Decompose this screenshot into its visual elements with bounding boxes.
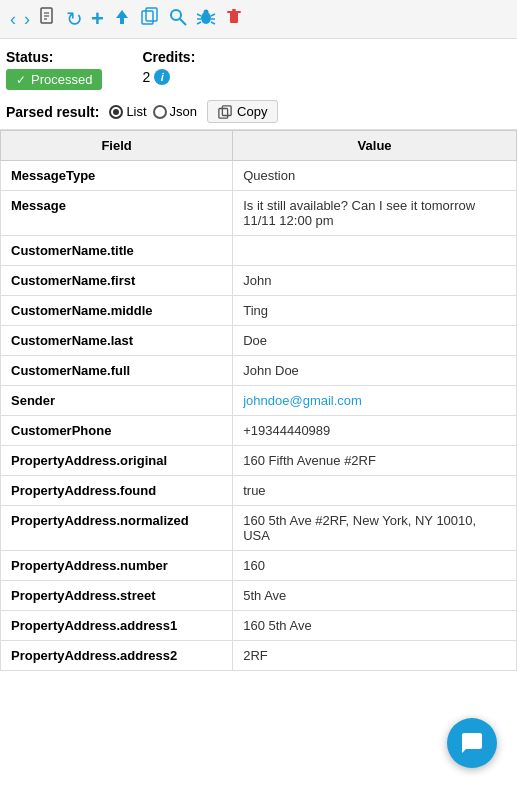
table-cell-value: 5th Ave <box>233 581 517 611</box>
parsed-result-label: Parsed result: <box>6 104 99 120</box>
col-field-header: Field <box>1 131 233 161</box>
copy-icon <box>218 105 232 119</box>
table-cell-field: CustomerName.full <box>1 356 233 386</box>
table-row: MessageTypeQuestion <box>1 161 517 191</box>
credits-number: 2 <box>142 69 150 85</box>
data-table: Field Value MessageTypeQuestionMessageIs… <box>0 130 517 671</box>
status-row: Status: ✓ Processed Credits: 2 i <box>0 39 517 94</box>
svg-rect-18 <box>227 11 241 13</box>
table-row: PropertyAddress.number160 <box>1 551 517 581</box>
copy-doc-icon[interactable] <box>140 7 160 32</box>
col-value-header: Value <box>233 131 517 161</box>
status-badge-text: Processed <box>31 72 92 87</box>
table-cell-value: 160 Fifth Avenue #2RF <box>233 446 517 476</box>
add-icon[interactable]: + <box>91 6 104 32</box>
table-row: PropertyAddress.address22RF <box>1 641 517 671</box>
table-cell-value: 160 <box>233 551 517 581</box>
svg-rect-20 <box>219 108 228 118</box>
table-row: PropertyAddress.address1160 5th Ave <box>1 611 517 641</box>
back-icon[interactable]: ‹ <box>10 9 16 30</box>
table-cell-field: CustomerName.title <box>1 236 233 266</box>
table-cell-field: PropertyAddress.address1 <box>1 611 233 641</box>
table-cell-field: CustomerName.last <box>1 326 233 356</box>
parsed-result-row: Parsed result: List Json Copy <box>0 94 517 130</box>
table-cell-field: CustomerName.first <box>1 266 233 296</box>
table-cell-value <box>233 236 517 266</box>
table-cell-field: CustomerName.middle <box>1 296 233 326</box>
table-row: CustomerName.middleTing <box>1 296 517 326</box>
credits-value: 2 i <box>142 69 195 85</box>
refresh-icon[interactable]: ↻ <box>66 7 83 31</box>
table-row: CustomerPhone+19344440989 <box>1 416 517 446</box>
chat-bubble[interactable] <box>447 718 497 768</box>
table-cell-value: Ting <box>233 296 517 326</box>
search-icon[interactable] <box>168 7 188 32</box>
status-label: Status: <box>6 49 102 65</box>
table-cell-field: PropertyAddress.address2 <box>1 641 233 671</box>
radio-list-label: List <box>126 104 146 119</box>
table-row: Senderjohndoe@gmail.com <box>1 386 517 416</box>
check-icon: ✓ <box>16 73 26 87</box>
status-badge: ✓ Processed <box>6 69 102 90</box>
document-icon[interactable] <box>38 7 58 32</box>
svg-rect-19 <box>232 9 236 11</box>
bug-icon[interactable] <box>196 7 216 32</box>
email-link[interactable]: johndoe@gmail.com <box>243 393 362 408</box>
table-cell-field: Sender <box>1 386 233 416</box>
table-cell-value: 160 5th Ave <box>233 611 517 641</box>
svg-line-8 <box>180 19 186 25</box>
table-row: MessageIs it still available? Can I see … <box>1 191 517 236</box>
table-cell-field: MessageType <box>1 161 233 191</box>
svg-rect-5 <box>142 11 153 24</box>
svg-marker-4 <box>116 10 128 24</box>
radio-group: List Json <box>109 104 197 119</box>
table-row: PropertyAddress.normalized160 5th Ave #2… <box>1 506 517 551</box>
toolbar: ‹ › ↻ + <box>0 0 517 39</box>
table-cell-field: PropertyAddress.found <box>1 476 233 506</box>
table-cell-field: Message <box>1 191 233 236</box>
table-cell-value: +19344440989 <box>233 416 517 446</box>
svg-line-14 <box>211 14 215 16</box>
svg-line-16 <box>211 22 215 24</box>
chat-icon <box>460 731 484 755</box>
radio-json[interactable]: Json <box>153 104 197 119</box>
table-cell-value: 2RF <box>233 641 517 671</box>
table-cell-value: Question <box>233 161 517 191</box>
table-row: CustomerName.title <box>1 236 517 266</box>
upload-icon[interactable] <box>112 7 132 32</box>
table-cell-value: John <box>233 266 517 296</box>
copy-button[interactable]: Copy <box>207 100 278 123</box>
table-row: CustomerName.fullJohn Doe <box>1 356 517 386</box>
radio-json-circle <box>153 105 167 119</box>
credits-info-icon[interactable]: i <box>154 69 170 85</box>
table-cell-field: PropertyAddress.number <box>1 551 233 581</box>
svg-rect-17 <box>230 12 238 23</box>
table-cell-value: John Doe <box>233 356 517 386</box>
table-cell-field: CustomerPhone <box>1 416 233 446</box>
table-container[interactable]: Field Value MessageTypeQuestionMessageIs… <box>0 130 517 710</box>
table-row: CustomerName.lastDoe <box>1 326 517 356</box>
svg-line-13 <box>197 22 201 24</box>
table-cell-value: 160 5th Ave #2RF, New York, NY 10010, US… <box>233 506 517 551</box>
table-cell-value: Doe <box>233 326 517 356</box>
table-cell-field: PropertyAddress.street <box>1 581 233 611</box>
table-cell-value: true <box>233 476 517 506</box>
table-cell-value: johndoe@gmail.com <box>233 386 517 416</box>
delete-icon[interactable] <box>224 7 244 32</box>
table-cell-field: PropertyAddress.original <box>1 446 233 476</box>
forward-icon[interactable]: › <box>24 9 30 30</box>
table-row: CustomerName.firstJohn <box>1 266 517 296</box>
svg-rect-21 <box>222 105 231 115</box>
table-row: PropertyAddress.original160 Fifth Avenue… <box>1 446 517 476</box>
svg-line-11 <box>197 14 201 16</box>
table-row: PropertyAddress.street5th Ave <box>1 581 517 611</box>
credits-label: Credits: <box>142 49 195 65</box>
copy-button-label: Copy <box>237 104 267 119</box>
svg-point-10 <box>203 9 208 14</box>
svg-point-7 <box>171 10 181 20</box>
svg-rect-6 <box>146 8 157 21</box>
radio-list[interactable]: List <box>109 104 146 119</box>
table-cell-value: Is it still available? Can I see it tomo… <box>233 191 517 236</box>
table-row: PropertyAddress.foundtrue <box>1 476 517 506</box>
radio-list-circle <box>109 105 123 119</box>
